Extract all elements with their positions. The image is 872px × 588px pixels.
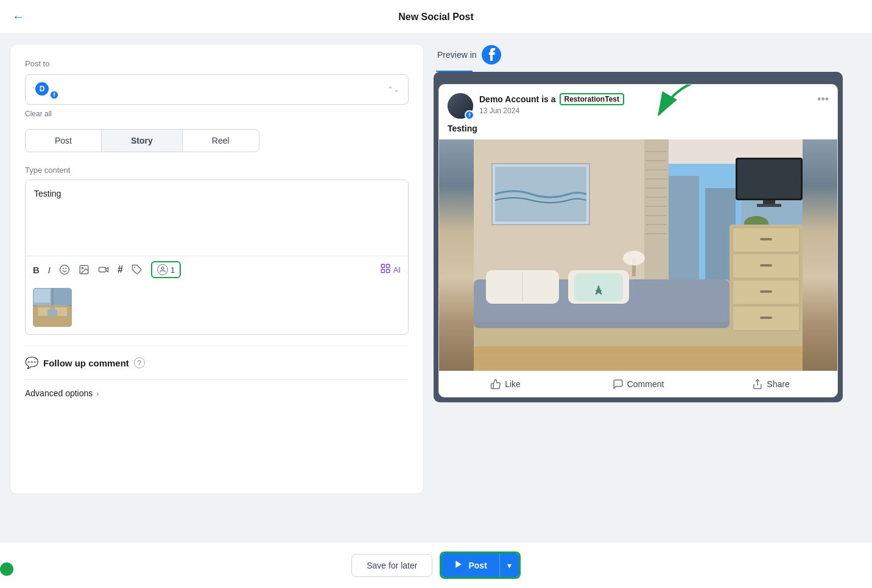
clear-all-link[interactable]: Clear all xyxy=(25,110,409,118)
italic-button[interactable]: I xyxy=(48,265,51,275)
svg-rect-10 xyxy=(381,270,384,273)
post-to-account: D f xyxy=(34,81,56,98)
svg-point-4 xyxy=(82,267,83,268)
advanced-options-label: Advanced options xyxy=(25,388,93,398)
svg-rect-33 xyxy=(495,167,586,222)
dropdown-chevron-icon: ⌃⌄ xyxy=(387,85,399,94)
bedroom-scene xyxy=(439,139,837,371)
tab-story[interactable]: Story xyxy=(102,130,183,152)
tag-button[interactable] xyxy=(132,264,142,275)
fb-account-name: Demo Account is a xyxy=(479,94,556,104)
avatar-stack: D f xyxy=(34,81,56,98)
post-to-dropdown[interactable]: D f ⌃⌄ xyxy=(25,74,409,105)
avatar-initial: D xyxy=(40,85,45,93)
svg-rect-66 xyxy=(760,290,772,293)
comment-button[interactable]: Comment xyxy=(572,374,705,394)
right-panel: Preview in f xyxy=(434,44,843,494)
share-button[interactable]: Share xyxy=(705,374,837,394)
fb-card-header: f Demo Account is a RestorationTest xyxy=(439,85,837,124)
like-label: Like xyxy=(505,379,521,389)
image-button[interactable] xyxy=(79,264,90,275)
svg-rect-8 xyxy=(381,264,384,267)
facebook-icon xyxy=(482,45,501,65)
bottom-action-bar: Save for later Post ▾ xyxy=(0,542,872,588)
help-icon[interactable]: ? xyxy=(134,357,145,368)
share-label: Share xyxy=(767,379,789,389)
image-thumbnail[interactable] xyxy=(33,288,72,327)
ai-label: AI xyxy=(393,265,401,275)
fb-name-row: Demo Account is a RestorationTest xyxy=(479,93,811,105)
preview-container: f Demo Account is a RestorationTest xyxy=(434,72,843,402)
preview-label: Preview in xyxy=(437,50,477,60)
fb-post-image xyxy=(439,139,837,371)
left-panel: Post to D f ⌃⌄ Clear all Post Story Reel xyxy=(10,44,424,494)
send-icon xyxy=(454,559,463,571)
facebook-badge-small: f xyxy=(50,91,58,99)
svg-rect-19 xyxy=(54,288,72,305)
page-title: New Social Post xyxy=(398,12,474,23)
svg-point-0 xyxy=(60,265,69,275)
svg-rect-20 xyxy=(34,289,50,303)
post-to-label: Post to xyxy=(25,59,409,68)
ai-button[interactable]: AI xyxy=(380,263,401,276)
preview-header: Preview in xyxy=(434,44,843,66)
bold-button[interactable]: B xyxy=(33,265,40,275)
main-container: Post to D f ⌃⌄ Clear all Post Story Reel xyxy=(0,34,853,504)
fb-page-badge: RestorationTest xyxy=(560,93,624,105)
svg-point-53 xyxy=(623,251,645,265)
svg-marker-73 xyxy=(456,561,462,568)
page-header: ← New Social Post xyxy=(0,0,872,34)
tab-post[interactable]: Post xyxy=(26,130,102,152)
svg-rect-58 xyxy=(757,204,781,207)
comment-label: Comment xyxy=(627,379,664,389)
svg-rect-9 xyxy=(386,264,389,267)
ai-icon xyxy=(380,263,391,276)
save-for-later-button[interactable]: Save for later xyxy=(351,554,432,577)
mention-count: 1 xyxy=(171,265,175,275)
follow-up-comment-label: Follow up comment xyxy=(43,358,129,368)
fb-avatar-wrapper: f xyxy=(448,93,473,119)
status-indicator xyxy=(0,562,13,576)
fb-post-text: Testing xyxy=(439,124,837,139)
post-button-group: Post ▾ xyxy=(440,551,520,579)
svg-rect-17 xyxy=(47,310,57,316)
image-thumbnail-area xyxy=(26,283,408,334)
mention-icon xyxy=(157,264,168,275)
content-editor: Testing B I # xyxy=(25,180,409,335)
advanced-options-chevron-icon: › xyxy=(96,389,99,398)
mention-button[interactable]: 1 xyxy=(151,261,181,278)
annotation-arrow xyxy=(653,84,714,124)
follow-up-comment-row[interactable]: 💬 Follow up comment ? xyxy=(25,346,409,379)
svg-rect-56 xyxy=(737,159,801,198)
post-type-tabs: Post Story Reel xyxy=(25,129,259,152)
tab-reel[interactable]: Reel xyxy=(183,130,259,152)
video-button[interactable] xyxy=(98,264,109,275)
svg-rect-65 xyxy=(760,264,772,267)
svg-rect-11 xyxy=(386,270,389,273)
svg-rect-64 xyxy=(760,238,772,240)
type-content-label: Type content xyxy=(25,166,409,175)
thumbnail-preview xyxy=(33,288,72,327)
post-button[interactable]: Post xyxy=(441,553,499,577)
fb-name-section: Demo Account is a RestorationTest xyxy=(479,93,811,115)
back-button[interactable]: ← xyxy=(12,10,24,24)
hashtag-button[interactable]: # xyxy=(118,264,123,275)
post-dropdown-chevron-icon: ▾ xyxy=(507,561,512,570)
advanced-options-row[interactable]: Advanced options › xyxy=(25,379,409,407)
editor-toolbar: B I # xyxy=(26,256,408,283)
like-button[interactable]: Like xyxy=(439,374,572,394)
fb-avatar-badge: f xyxy=(465,110,474,120)
svg-point-7 xyxy=(161,267,164,270)
fb-post-date: 13 Jun 2024 xyxy=(479,107,811,115)
svg-rect-67 xyxy=(760,317,772,319)
fb-more-options[interactable]: ••• xyxy=(817,93,829,106)
facebook-post-preview: f Demo Account is a RestorationTest xyxy=(438,84,838,397)
avatar: D xyxy=(34,81,50,97)
follow-up-comment-icon: 💬 xyxy=(25,356,38,369)
content-textarea[interactable]: Testing xyxy=(26,180,408,253)
post-dropdown-button[interactable]: ▾ xyxy=(499,553,519,577)
emoji-button[interactable] xyxy=(59,264,70,275)
svg-rect-5 xyxy=(99,267,106,272)
post-button-label: Post xyxy=(468,561,487,570)
fb-actions-bar: Like Comment Share xyxy=(439,371,837,397)
